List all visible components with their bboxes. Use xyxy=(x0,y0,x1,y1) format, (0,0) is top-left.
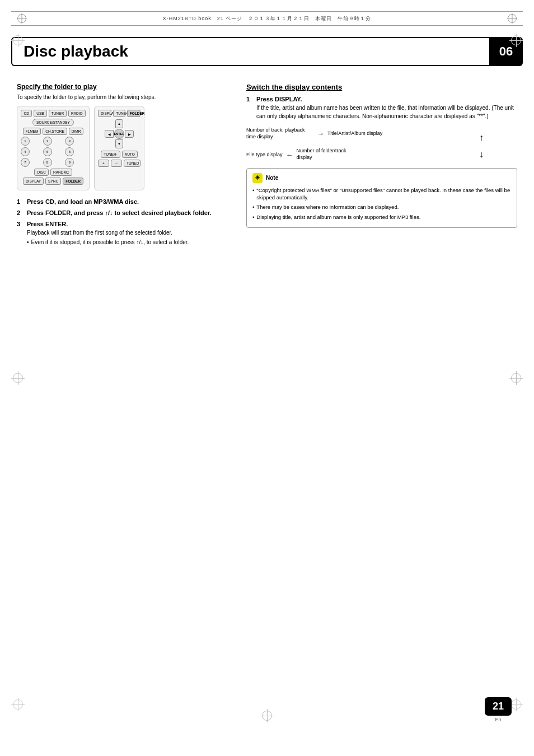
note-text-0: "Copyright protected WMA files" or "Unsu… xyxy=(256,186,511,202)
btn-tune-plus: TUNE+ xyxy=(113,110,125,117)
nav-left: ◀ xyxy=(105,130,114,138)
diag-title-label: Title/Artist/Album display xyxy=(327,130,382,137)
mid-cross-bottom xyxy=(260,709,274,722)
diag-arrow-up: ↑ xyxy=(479,133,484,143)
btn-2: 2 xyxy=(43,137,52,146)
btn-7: 7 xyxy=(21,158,30,167)
btn-radio: RADIO xyxy=(68,110,86,117)
note-bullet-0: • xyxy=(252,186,254,202)
reg-mark-bl xyxy=(11,698,25,711)
btn-display-l: DISPLAY xyxy=(23,178,44,185)
step-2-num: 2 xyxy=(17,209,24,216)
btn-folder-l: FOLDER xyxy=(63,178,83,185)
step-1: 1 Press CD, and load an MP3/WMA disc. xyxy=(17,198,229,205)
switch-title: Switch the display contents xyxy=(246,83,517,91)
crosshair-left xyxy=(17,13,27,24)
left-column: Specify the folder to play To specify th… xyxy=(17,83,229,251)
diag-file-label: File type display xyxy=(246,152,283,157)
page-title: Disc playback xyxy=(24,43,128,60)
btn-source-standby: SOURCE/STANDBY xyxy=(32,119,74,126)
note-text-1: There may be cases where no information … xyxy=(256,203,399,211)
diag-arrow-left: ← xyxy=(286,151,293,159)
step-3-num: 3 xyxy=(17,221,24,227)
btn-minus: – xyxy=(111,160,122,167)
note-bullet-1: • xyxy=(252,203,254,211)
remote-illustration: CD USB TUNER RADIO SOURCE/STANDBY F1MEM … xyxy=(17,106,229,190)
right-step-1-text: Press DISPLAY. xyxy=(256,96,302,102)
right-column: Switch the display contents 1 Press DISP… xyxy=(246,83,517,251)
btn-dimr: DIMR xyxy=(69,128,84,135)
btn-tuner: TUNER xyxy=(49,110,67,117)
btn-cd: CD xyxy=(21,110,32,117)
section-title-left: Specify the folder to play xyxy=(17,83,229,91)
right-step-1-num: 1 xyxy=(246,96,253,102)
header-strip: X-HM21BTD.book 21 ページ ２０１３年１１月２１日 木曜日 午前… xyxy=(11,11,523,26)
btn-4: 4 xyxy=(21,147,30,156)
note-icon: ☀ xyxy=(252,173,263,183)
reg-mark-tl xyxy=(11,34,25,47)
btn-chstore: CH.STORE xyxy=(43,128,67,135)
section-subtitle-left: To specify the folder to play, perform t… xyxy=(17,94,229,100)
btn-6: 6 xyxy=(65,147,74,156)
switch-section: Switch the display contents 1 Press DISP… xyxy=(246,83,517,228)
title-box: Disc playback xyxy=(11,37,489,66)
step-1-text: Press CD, and load an MP3/WMA disc. xyxy=(27,198,139,205)
main-content: Specify the folder to play To specify th… xyxy=(11,83,523,251)
diag-folder-label: Number of folder/track display xyxy=(297,148,353,161)
mid-cross-right xyxy=(509,371,523,385)
crosshair-right xyxy=(507,13,517,24)
diag-arrow-down: ↓ xyxy=(479,150,484,160)
step-3: 3 Press ENTER. Playback will start from … xyxy=(17,221,229,246)
nav-up: ▲ xyxy=(115,119,123,128)
step-1-num: 1 xyxy=(17,198,24,205)
bullet-dot: • xyxy=(27,238,29,246)
right-step-1-body: If the title, artist and album name has … xyxy=(256,104,517,120)
page-number: 21 xyxy=(485,697,512,716)
btn-tuned: TUNED xyxy=(124,160,140,167)
step-3-desc: Playback will start from the first song … xyxy=(27,228,229,237)
mid-cross-left xyxy=(11,371,25,385)
btn-folder-r: FOLDER xyxy=(127,110,140,117)
title-section: Disc playback 06 xyxy=(11,37,523,66)
step-2-text: Press FOLDER, and press ↑/↓ to select de… xyxy=(27,209,212,216)
btn-usb: USB xyxy=(34,110,46,117)
btn-1: 1 xyxy=(21,137,30,146)
nav-down: ▼ xyxy=(115,139,123,148)
nav-enter: ENTER xyxy=(114,129,124,139)
right-step-1: 1 Press DISPLAY. If the title, artist an… xyxy=(246,96,517,120)
btn-display-r: DISPLAY xyxy=(98,110,111,117)
note-item-2: • Displaying title, artist and album nam… xyxy=(252,213,511,221)
step-3-bullet-0: • Even if it is stopped, it is possible … xyxy=(27,238,229,246)
btn-tuner-minus: TUNER- xyxy=(101,151,120,158)
btn-plus: + xyxy=(98,160,109,167)
display-diagram: Number of track, playback time display →… xyxy=(246,127,517,161)
btn-sync: SYNC xyxy=(45,178,61,185)
reg-mark-tr xyxy=(509,34,523,47)
note-box: ☀ Note • "Copyright protected WMA files"… xyxy=(246,168,517,228)
header-text: X-HM21BTD.book 21 ページ ２０１３年１１月２１日 木曜日 午前… xyxy=(32,15,502,22)
btn-f1mem: F1MEM xyxy=(23,128,41,135)
note-label: Note xyxy=(266,175,278,181)
remote-right: DISPLAY TUNE+ FOLDER ▲ ▼ ◀ ▶ ENTER TUNER… xyxy=(94,106,144,190)
note-item-1: • There may be cases where no informatio… xyxy=(252,203,511,211)
btn-5: 5 xyxy=(43,147,52,156)
page-lang: En xyxy=(495,717,501,722)
nav-right: ▶ xyxy=(125,130,134,138)
page-num-section: 21 En xyxy=(485,697,512,722)
nav-cross: ▲ ▼ ◀ ▶ ENTER xyxy=(105,119,134,148)
note-header: ☀ Note xyxy=(252,173,511,183)
remote-left: CD USB TUNER RADIO SOURCE/STANDBY F1MEM … xyxy=(17,106,90,190)
step-3-bullet-text: Even if it is stopped, it is possible to… xyxy=(31,238,189,246)
btn-auto: AUTO xyxy=(122,151,138,158)
note-bullet-2: • xyxy=(252,213,254,221)
note-text-2: Displaying title, artist and album name … xyxy=(256,213,420,221)
btn-3: 3 xyxy=(65,137,74,146)
note-item-0: • "Copyright protected WMA files" or "Un… xyxy=(252,186,511,202)
step-2: 2 Press FOLDER, and press ↑/↓ to select … xyxy=(17,209,229,216)
btn-randmc: RANDMC xyxy=(50,169,72,176)
step-3-text: Press ENTER. xyxy=(27,221,68,227)
btn-disc: DISC xyxy=(34,169,49,176)
step-3-body: Playback will start from the first song … xyxy=(27,228,229,246)
diag-arrow-right: → xyxy=(317,129,324,138)
btn-9: 9 xyxy=(65,158,74,167)
